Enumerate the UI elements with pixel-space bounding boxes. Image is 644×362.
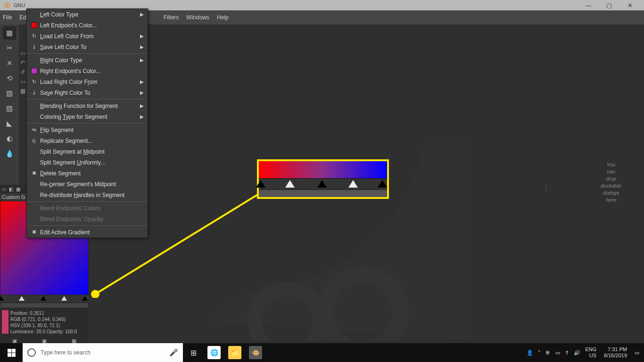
security-icon[interactable]: ⛨	[545, 350, 551, 355]
battery-icon[interactable]: ▭	[555, 350, 560, 356]
menu-right-endpoint-color[interactable]: Right Endpoint's Color...	[27, 66, 148, 76]
gradient-tool-icon[interactable]: ◐	[3, 132, 16, 145]
app-gimp[interactable]: 🐵	[245, 343, 266, 362]
sub-icon[interactable]: ▭	[19, 50, 26, 57]
toolbox: ▦ ✂ ✕ ⟲ ▧ ▨ ◣ ◐ 💧	[0, 25, 19, 185]
menu-split-midpoint[interactable]: Split Segment at Midpoint	[27, 146, 148, 157]
wifi-icon[interactable]: ⇑	[565, 350, 569, 356]
menu-blend-opacity: Blend Endpoints' Opacity	[27, 214, 148, 224]
menu-right-color-type[interactable]: Right Color Type▶	[27, 55, 148, 66]
taskbar-search[interactable]: Type here to search 🎤	[23, 343, 183, 362]
gradient-info: Position: 0.2611 RGB (0.721, 0.144, 0.34…	[0, 308, 89, 337]
menu-flip-segment[interactable]: ⇋Flip Segment	[27, 124, 148, 135]
menu-save-left-color[interactable]: ⤓Save Left Color To▶	[27, 41, 148, 52]
menu-load-left-color[interactable]: ↻Load Left Color From▶	[27, 31, 148, 41]
transform-tool-icon[interactable]: ⟲	[3, 72, 16, 85]
tab-icon[interactable]: ▭	[2, 187, 6, 192]
info-luminance: Luminance: 28.5 Opacity: 100.0	[10, 329, 77, 335]
volume-icon[interactable]: 🔊	[574, 350, 580, 356]
callout-gradient	[259, 161, 387, 178]
gradient-context-menu: Left Color Type▶ Left Endpoint's Color..…	[26, 8, 148, 238]
menu-replicate-segment[interactable]: ⎘Replicate Segment...	[27, 135, 148, 146]
windows-logo-icon	[8, 349, 16, 357]
info-position: Position: 0.2611	[10, 310, 77, 316]
cortana-icon	[27, 348, 36, 357]
pattern-tool-icon[interactable]: ▨	[3, 102, 16, 115]
bucket-tool-icon[interactable]: ◣	[3, 117, 16, 130]
taskbar-clock[interactable]: 7:31 PM8/16/2019	[601, 346, 630, 359]
sub-icon[interactable]: ▦	[19, 88, 26, 94]
callout-scrollbar	[259, 189, 387, 197]
menu-save-right-color[interactable]: ⤓Save Right Color To▶	[27, 87, 148, 98]
menu-load-right-color[interactable]: ↻Load Right Color From▶	[27, 76, 148, 87]
mic-icon[interactable]: 🎤	[169, 348, 178, 357]
gimp-logo-icon: 🐵	[4, 2, 11, 8]
grid-tool-icon[interactable]: ▧	[3, 87, 16, 100]
tab-icon[interactable]: ▦	[16, 187, 20, 192]
gradient-handles[interactable]	[0, 295, 89, 303]
info-rgb: RGB (0.721, 0.144, 0.345)	[10, 316, 77, 322]
sub-icon[interactable]: ↺	[19, 69, 26, 75]
sample-swatch	[2, 310, 8, 334]
menu-recenter-midpoint[interactable]: Re-center Segment's Midpoint	[27, 179, 148, 189]
close-button[interactable]: ✕	[619, 0, 640, 10]
sub-icon[interactable]: ↶	[19, 59, 26, 66]
blur-tool-icon[interactable]: 💧	[3, 147, 16, 160]
menu-split-uniform[interactable]: Split Segment Uniformly...	[27, 157, 148, 168]
sub-icon[interactable]: ▭	[19, 78, 26, 85]
dock-hint: Youcandrop dockabledialogshere	[587, 161, 635, 204]
menu-left-color-type[interactable]: Left Color Type▶	[27, 9, 148, 20]
toolbox-col2: ▭ ↶ ↺ ▭ ▦	[19, 49, 26, 190]
menu-left-endpoint-color[interactable]: Left Endpoint's Color...	[27, 20, 148, 31]
menu-windows[interactable]: Windows	[186, 14, 209, 21]
language-indicator[interactable]: ENGUS	[585, 346, 596, 359]
taskbar: Type here to search 🎤 ⊞ 🌐 📁 🐵 👤 ˄ ⛨ ▭ ⇑ …	[0, 343, 644, 362]
measure-tool-icon[interactable]: ✕	[3, 57, 16, 70]
task-view-icon[interactable]: ⊞	[183, 343, 204, 362]
app-chrome[interactable]: 🌐	[204, 343, 224, 362]
tab-icon[interactable]: ◧	[9, 187, 13, 192]
rect-select-tool-icon[interactable]: ▦	[3, 26, 16, 40]
menu-help[interactable]: Help	[217, 14, 229, 21]
minimize-button[interactable]: —	[578, 0, 599, 10]
menu-redistribute-handles[interactable]: Re-distribute Handles in Segment	[27, 189, 148, 200]
dock-handle-icon[interactable]: ⋮	[543, 184, 550, 191]
menu-edit-active-gradient[interactable]: ✖Edit Active Gradient	[27, 227, 148, 238]
gradient-scrollbar[interactable]	[0, 303, 89, 308]
menu-file[interactable]: File	[3, 14, 12, 21]
menu-delete-segment[interactable]: ✖Delete Segment	[27, 168, 148, 179]
app-explorer[interactable]: 📁	[224, 343, 245, 362]
search-placeholder: Type here to search	[41, 349, 91, 356]
notification-icon[interactable]: ▭	[635, 350, 639, 356]
menu-blend-colors: Blend Endpoints' Colors	[27, 203, 148, 214]
window-title: GNU	[14, 2, 25, 8]
maximize-button[interactable]: ▢	[599, 0, 619, 10]
svg-point-3	[91, 290, 99, 298]
callout-handles	[259, 178, 387, 189]
workarea: ▦ ✂ ✕ ⟲ ▧ ▨ ◣ ◐ 💧 ▭ ↶ ↺ ▭ ▦ Left Color T…	[0, 25, 644, 343]
menu-filters[interactable]: Filters	[164, 14, 179, 21]
system-tray: 👤 ˄ ⛨ ▭ ⇑ 🔊 ENGUS 7:31 PM8/16/2019 ▭	[522, 346, 644, 359]
scissors-tool-icon[interactable]: ✂	[3, 41, 16, 55]
menu-coloring-type[interactable]: Coloring Type for Segment▶	[27, 111, 148, 122]
menu-blending-function[interactable]: Blending Function for Segment▶	[27, 100, 148, 111]
info-hsv: HSV (339.1, 80.0, 72.1)	[10, 322, 77, 329]
tray-chevron-icon[interactable]: ˄	[538, 350, 541, 356]
start-button[interactable]	[0, 343, 23, 362]
callout-zoom	[257, 159, 389, 199]
people-icon[interactable]: 👤	[527, 350, 533, 356]
